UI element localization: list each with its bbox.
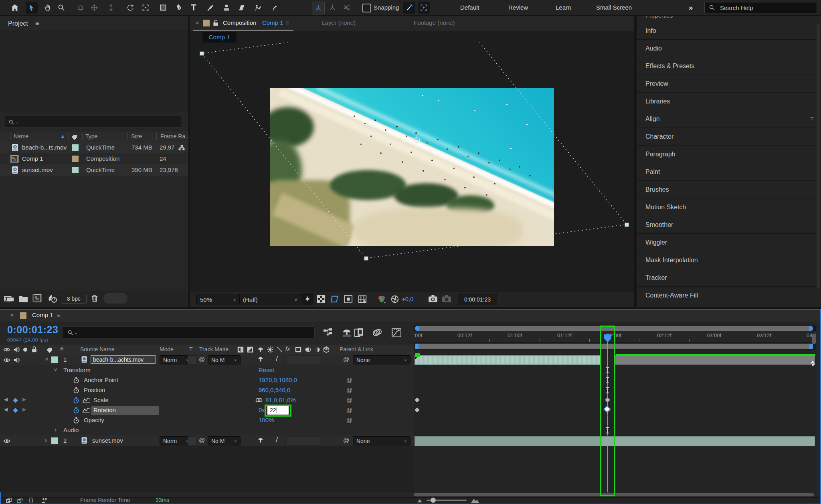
prev-keyframe-icon[interactable]: ◀: [4, 407, 8, 412]
brush-tool-icon[interactable]: [204, 2, 216, 14]
panel-tab-smoother[interactable]: Smoother: [637, 216, 821, 234]
snap-pickwhip-icon[interactable]: [403, 2, 415, 14]
timeline-top-scrollbar[interactable]: [414, 326, 816, 331]
panel-tab-mask-interpolation[interactable]: Mask Interpolation: [637, 251, 821, 269]
tab-color-swatch[interactable]: [20, 312, 26, 319]
col-size[interactable]: Size: [131, 133, 142, 140]
zoom-tool-icon[interactable]: [55, 2, 67, 14]
reset-link[interactable]: Reset: [259, 366, 274, 373]
work-area-start-handle[interactable]: [415, 344, 419, 349]
label-swatch[interactable]: [72, 156, 79, 162]
workspace-tab-learn[interactable]: Learn: [556, 4, 571, 11]
layer-row-2[interactable]: › 2 sunset.mov Norm∨ @ No M∨ / @ None∨: [0, 435, 414, 447]
expand-markers-icon[interactable]: [41, 498, 47, 504]
layer-color-swatch[interactable]: [51, 356, 58, 363]
col-type[interactable]: Type: [85, 133, 97, 140]
project-menu-icon[interactable]: ≡: [35, 20, 39, 28]
type-tool-icon[interactable]: T: [188, 2, 200, 14]
resolution-dropdown[interactable]: (Half)∨: [239, 294, 301, 305]
eye-icon[interactable]: [3, 357, 10, 363]
parent-pickwhip-icon[interactable]: @: [343, 356, 349, 362]
panel-tab-wiggler[interactable]: Wiggler: [637, 234, 821, 251]
layer-color-swatch[interactable]: [51, 437, 58, 444]
fast-preview-icon[interactable]: [301, 293, 313, 305]
panel-tab-preview[interactable]: Preview: [637, 75, 821, 93]
matte-pickwhip-icon[interactable]: @: [199, 356, 205, 362]
twirl-closed-icon[interactable]: ›: [55, 426, 57, 433]
preserve-transparency-box[interactable]: [188, 355, 196, 364]
add-keyframe-diamond[interactable]: [13, 398, 18, 403]
layer-selection-overlay[interactable]: [190, 43, 634, 291]
world-axis-icon[interactable]: [326, 2, 338, 14]
track-matte-dropdown[interactable]: No M∨: [208, 436, 241, 445]
snapping-label[interactable]: Snapping: [374, 4, 399, 11]
draft-3d-icon[interactable]: [342, 328, 352, 338]
stopwatch-icon[interactable]: [73, 376, 79, 384]
tab-layer[interactable]: Layer (none): [322, 19, 356, 26]
opacity-value[interactable]: 100%: [259, 417, 274, 423]
panel-tab-paragraph[interactable]: Paragraph: [637, 146, 821, 163]
grid-guides-icon[interactable]: [358, 295, 367, 304]
viewer-menu-icon[interactable]: ≡: [285, 19, 289, 26]
graph-editor-icon[interactable]: [391, 328, 402, 338]
eraser-tool-icon[interactable]: [236, 2, 248, 14]
position-value[interactable]: 960,0,540,0: [259, 387, 290, 393]
label-swatch[interactable]: [72, 167, 79, 173]
anchor-point-value[interactable]: 1920,0,1080,0: [259, 376, 297, 383]
stopwatch-icon[interactable]: [73, 387, 79, 394]
proxy-toggle-icon[interactable]: [47, 294, 58, 304]
layer1-bar-active[interactable]: [415, 355, 601, 365]
pickwhip-icon[interactable]: @: [346, 387, 352, 393]
channel-icon[interactable]: [377, 294, 386, 304]
project-row-sunset[interactable]: sunset.mov QuickTime 390 MB 23,976: [0, 164, 188, 176]
project-search-box[interactable]: ⌄: [4, 116, 182, 128]
scale-label[interactable]: Scale: [93, 397, 109, 403]
panel-tab-audio[interactable]: Audio: [637, 40, 821, 57]
timeline-bottom-scrollbar[interactable]: [414, 493, 814, 496]
track-matte-dropdown[interactable]: No M∨: [208, 355, 241, 364]
track-vertical-scrollbar[interactable]: [812, 334, 816, 344]
col-source-name[interactable]: Source Name: [80, 346, 115, 352]
matte-pickwhip-icon[interactable]: @: [199, 437, 205, 443]
pan-camera-icon[interactable]: [88, 2, 100, 14]
panel-tab-character[interactable]: Character: [637, 128, 821, 146]
scale-row[interactable]: ◀ ▶ Scale 81,0,81,0% @: [0, 395, 414, 406]
bit-depth-button[interactable]: 8 bpc: [61, 294, 87, 304]
layer1-bar-rest[interactable]: [615, 355, 815, 365]
trash-icon[interactable]: [91, 294, 99, 303]
layer-name[interactable]: sunset.mov: [92, 437, 123, 444]
transform-group-row[interactable]: ∨ Transform Reset: [0, 365, 414, 376]
preserve-transparency-box[interactable]: [188, 436, 196, 445]
label-column-icon[interactable]: [71, 133, 79, 140]
project-row-beach[interactable]: beach-b...ts.mov QuickTime 734 MB 29,97: [0, 142, 188, 154]
clone-stamp-icon[interactable]: [220, 2, 233, 14]
mini-flowchart-icon[interactable]: [323, 328, 334, 338]
align-menu-icon[interactable]: ≡: [810, 115, 814, 123]
workspace-tab-default[interactable]: Default: [460, 4, 479, 11]
motion-blur-icon[interactable]: [372, 328, 382, 338]
tab-composition-label[interactable]: Composition: [223, 19, 256, 26]
timeline-search-box[interactable]: ⌄: [62, 326, 315, 338]
timeline-track-area[interactable]: 00:00f 00:12f 01:00f 01:12f 02:00f 02:12…: [414, 322, 816, 492]
scrollbar-cap-right[interactable]: [809, 326, 813, 331]
playhead-line[interactable]: [607, 334, 608, 492]
home-icon[interactable]: [9, 2, 21, 14]
col-name[interactable]: Name: [14, 133, 28, 140]
panel-tab-info[interactable]: Info: [637, 22, 821, 40]
view-axis-icon[interactable]: [341, 2, 353, 14]
zoom-slider-knob[interactable]: [431, 498, 436, 503]
snap-bounds-icon[interactable]: [418, 2, 430, 14]
quality-switch-icon[interactable]: /: [276, 355, 278, 363]
eye-icon[interactable]: [3, 438, 10, 444]
roto-brush-icon[interactable]: [252, 2, 264, 14]
col-frame-rate[interactable]: Frame Ra...: [160, 133, 190, 140]
stopwatch-icon[interactable]: [73, 417, 79, 424]
footage-name[interactable]: sunset.mov: [22, 166, 53, 173]
zoom-in-mountain-icon[interactable]: [471, 498, 479, 503]
local-axis-icon[interactable]: [312, 2, 325, 14]
next-keyframe-icon[interactable]: ▶: [22, 407, 26, 412]
rotation-row[interactable]: ◀ ▶ Rotation 0x 22 @: [0, 405, 414, 416]
workspace-overflow-icon[interactable]: »: [689, 3, 693, 12]
twirl-open-icon[interactable]: ∨: [54, 367, 57, 372]
twirl-open-icon[interactable]: ∨: [45, 356, 49, 362]
